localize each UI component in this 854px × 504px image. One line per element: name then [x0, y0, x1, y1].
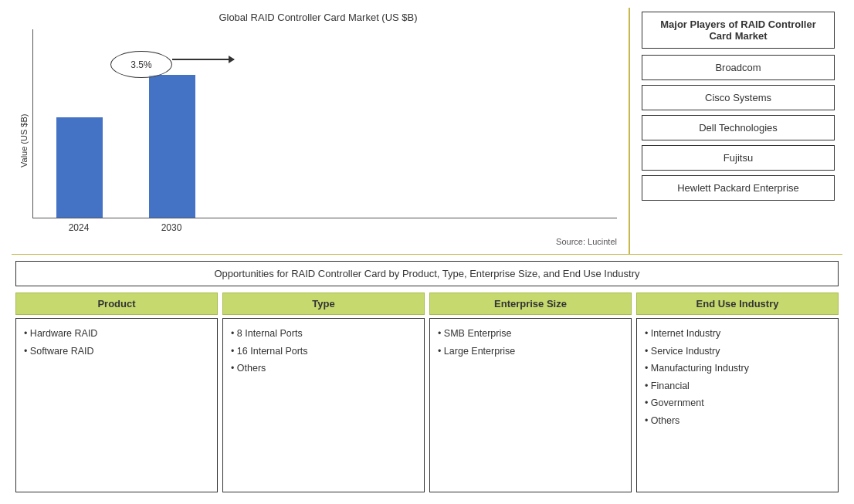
list-item: Service Industry: [645, 343, 830, 360]
list-item: SMB Enterprise: [438, 325, 623, 343]
list-item: Internet Industry: [645, 325, 830, 343]
x-label-2030: 2030: [125, 222, 218, 233]
player-broadcom: Broadcom: [642, 55, 835, 80]
opp-header-type: Type: [222, 293, 425, 315]
bar-group-2024: [56, 117, 103, 218]
opp-column-industry: End Use Industry Internet Industry Servi…: [636, 293, 839, 492]
list-item: 16 Internal Ports: [231, 343, 416, 360]
opp-column-type: Type 8 Internal Ports 16 Internal Ports …: [222, 293, 425, 492]
annotation-ellipse: 3.5%: [110, 51, 172, 78]
list-item: Financial: [645, 377, 830, 395]
main-container: Global RAID Controller Card Market (US $…: [0, 0, 854, 504]
chart-area: Global RAID Controller Card Market (US $…: [12, 8, 625, 254]
list-item: Software RAID: [24, 343, 209, 360]
opp-body-type: 8 Internal Ports 16 Internal Ports Other…: [222, 318, 425, 492]
opp-column-product: Product Hardware RAID Software RAID: [15, 293, 218, 492]
list-item: Hardware RAID: [24, 325, 209, 343]
y-axis-label: Value (US $B): [19, 29, 29, 233]
bar-2024: [56, 117, 103, 218]
opportunities-grid: Product Hardware RAID Software RAID Type…: [15, 293, 839, 492]
list-item: Others: [231, 360, 416, 377]
top-section: Global RAID Controller Card Market (US $…: [12, 8, 842, 255]
x-label-2024: 2024: [32, 222, 125, 233]
list-item: Manufacturing Industry: [645, 360, 830, 377]
annotation-arrow: [172, 59, 234, 60]
opp-header-industry: End Use Industry: [636, 293, 839, 315]
player-dell: Dell Technologies: [642, 115, 835, 140]
list-item: 8 Internal Ports: [231, 325, 416, 343]
major-players-section: Major Players of RAID Controller Card Ma…: [634, 8, 842, 254]
player-fujitsu: Fujitsu: [642, 145, 835, 171]
annotation-label: 3.5%: [130, 59, 151, 70]
opp-column-enterprise: Enterprise Size SMB Enterprise Large Ent…: [429, 293, 632, 492]
bars-area: 3.5%: [32, 29, 617, 218]
chart-title: Global RAID Controller Card Market (US $…: [219, 12, 417, 23]
list-item: Government: [645, 394, 830, 412]
major-players-title: Major Players of RAID Controller Card Ma…: [642, 12, 835, 49]
opp-header-product: Product: [15, 293, 218, 315]
opp-body-industry: Internet Industry Service Industry Manuf…: [636, 318, 839, 492]
opp-body-enterprise: SMB Enterprise Large Enterprise: [429, 318, 632, 492]
player-cisco: Cisco Systems: [642, 85, 835, 110]
x-labels: 2024 2030: [32, 222, 617, 233]
vertical-divider: [629, 8, 630, 254]
opportunities-title: Opportunities for RAID Controller Card b…: [15, 261, 839, 286]
player-hpe: Hewlett Packard Enterprise: [642, 175, 835, 201]
bottom-section: Opportunities for RAID Controller Card b…: [12, 255, 842, 496]
bar-2030: [149, 75, 195, 218]
bar-group-2030: [149, 75, 195, 218]
source-text: Source: Lucintel: [556, 237, 617, 246]
chart-wrapper: Value (US $B) 3.5%: [19, 29, 617, 233]
list-item: Others: [645, 412, 830, 430]
chart-inner: 3.5% 2024 2030: [32, 29, 617, 233]
opp-body-product: Hardware RAID Software RAID: [15, 318, 218, 492]
opp-header-enterprise: Enterprise Size: [429, 293, 632, 315]
list-item: Large Enterprise: [438, 343, 623, 360]
